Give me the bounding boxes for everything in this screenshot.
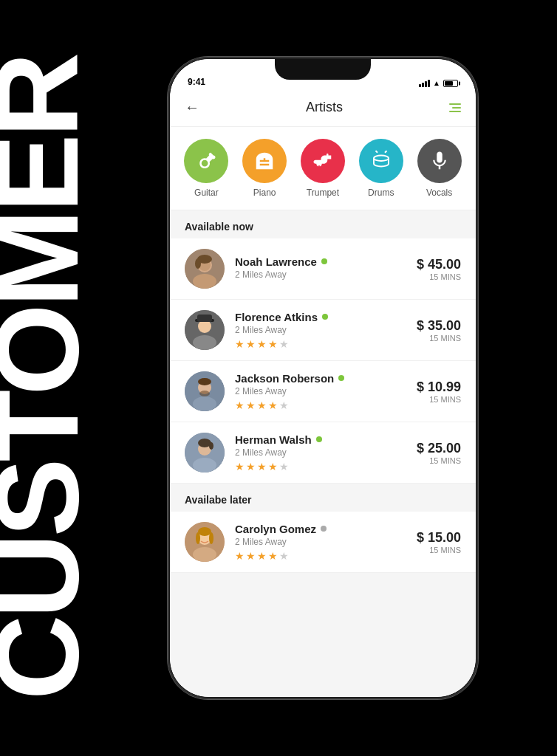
vocals-label: Vocals [426, 188, 452, 198]
artist-item-florence[interactable]: Florence Atkins 2 Miles Away ★ ★ ★ ★ ★ [170, 300, 476, 361]
stars-carolyn: ★ ★ ★ ★ ★ [235, 550, 406, 562]
price-col-jackson: $ 10.99 15 MINS [417, 379, 461, 404]
online-dot-noah [321, 258, 327, 264]
artist-item-carolyn[interactable]: Carolyn Gomez 2 Miles Away ★ ★ ★ ★ ★ [170, 512, 476, 573]
svg-point-23 [209, 442, 213, 450]
screen: 9:41 ▲ [170, 59, 476, 697]
duration-jackson: 15 MINS [417, 395, 461, 404]
artist-name-jackson: Jackson Roberson [235, 372, 334, 385]
category-drums[interactable]: Drums [359, 139, 403, 198]
artist-name-carolyn: Carolyn Gomez [235, 523, 316, 535]
svg-point-5 [193, 274, 216, 289]
svg-line-2 [385, 151, 387, 153]
phone-notch [275, 59, 371, 80]
artist-name-row-florence: Florence Atkins [235, 311, 406, 323]
artist-item-herman[interactable]: Herman Walsh 2 Miles Away ★ ★ ★ ★ ★ [170, 422, 476, 484]
duration-carolyn: 15 MINS [417, 546, 461, 554]
artist-distance-jackson: 2 Miles Away [235, 386, 406, 396]
artist-distance-florence: 2 Miles Away [235, 325, 406, 335]
price-florence: $ 35.00 [417, 318, 461, 334]
wifi-icon: ▲ [433, 79, 440, 87]
price-col-carolyn: $ 15.00 15 MINS [417, 530, 461, 554]
online-dot-florence [322, 314, 328, 320]
artist-item-noah[interactable]: Noah Lawrence 2 Miles Away $ 45.00 15 MI… [170, 238, 476, 300]
available-later-list: Carolyn Gomez 2 Miles Away ★ ★ ★ ★ ★ [170, 512, 476, 573]
avatar-noah [185, 249, 225, 289]
online-dot-herman [316, 436, 322, 442]
avatar-carolyn [185, 522, 225, 562]
drums-label: Drums [368, 188, 394, 198]
svg-point-17 [198, 378, 211, 385]
svg-point-18 [199, 391, 210, 396]
category-guitar[interactable]: Guitar [184, 139, 228, 198]
artist-name-florence: Florence Atkins [235, 311, 318, 323]
duration-noah: 15 MINS [417, 272, 461, 281]
trumpet-label: Trumpet [307, 188, 339, 198]
filter-button[interactable] [449, 103, 461, 112]
background-customer-text: CUSTOMER [0, 56, 96, 701]
price-herman: $ 25.00 [417, 441, 461, 456]
artist-name-row-herman: Herman Walsh [235, 433, 406, 446]
drums-icon-circle [359, 139, 403, 183]
online-dot-jackson [338, 375, 344, 381]
artist-info-jackson: Jackson Roberson 2 Miles Away ★ ★ ★ ★ ★ [235, 372, 406, 411]
duration-herman: 15 MINS [417, 456, 461, 465]
artist-info-noah: Noah Lawrence 2 Miles Away [235, 255, 406, 283]
phone-inner: 9:41 ▲ [170, 59, 476, 697]
price-carolyn: $ 15.00 [417, 530, 461, 546]
phone-frame: 9:41 ▲ [168, 57, 478, 699]
price-jackson: $ 10.99 [417, 379, 461, 395]
signal-bars-icon [419, 80, 430, 87]
category-piano[interactable]: Piano [242, 139, 287, 198]
svg-point-16 [193, 396, 216, 411]
svg-point-21 [193, 458, 216, 472]
artist-name-herman: Herman Walsh [235, 433, 312, 446]
svg-point-27 [198, 527, 211, 536]
artist-info-carolyn: Carolyn Gomez 2 Miles Away ★ ★ ★ ★ ★ [235, 523, 406, 562]
price-col-noah: $ 45.00 15 MINS [417, 257, 461, 281]
artist-distance-noah: 2 Miles Away [235, 269, 406, 280]
artist-item-jackson[interactable]: Jackson Roberson 2 Miles Away ★ ★ ★ ★ ★ [170, 361, 476, 422]
price-noah: $ 45.00 [417, 257, 461, 272]
avatar-jackson [185, 371, 225, 411]
stars-jackson: ★ ★ ★ ★ ★ [235, 399, 406, 411]
avatar-herman [185, 433, 225, 472]
artist-info-herman: Herman Walsh 2 Miles Away ★ ★ ★ ★ ★ [235, 433, 406, 472]
section-available-now-header: Available now [170, 210, 476, 238]
svg-point-8 [195, 258, 201, 269]
offline-dot-carolyn [321, 526, 327, 532]
artist-name-row-carolyn: Carolyn Gomez [235, 523, 406, 535]
available-now-list: Noah Lawrence 2 Miles Away $ 45.00 15 MI… [170, 238, 476, 484]
artist-name-row-jackson: Jackson Roberson [235, 372, 406, 385]
artist-name-row-noah: Noah Lawrence [235, 255, 406, 268]
category-trumpet[interactable]: Trumpet [301, 139, 345, 198]
vocals-icon-circle [417, 139, 462, 183]
price-col-florence: $ 35.00 15 MINS [417, 318, 461, 343]
status-icons: ▲ [419, 79, 458, 87]
piano-icon-circle [242, 139, 287, 183]
guitar-icon-circle [184, 139, 228, 183]
stars-herman: ★ ★ ★ ★ ★ [235, 461, 406, 472]
stars-florence: ★ ★ ★ ★ ★ [235, 338, 406, 350]
status-time: 9:41 [188, 77, 205, 87]
battery-icon [443, 80, 458, 87]
artist-info-florence: Florence Atkins 2 Miles Away ★ ★ ★ ★ ★ [235, 311, 406, 350]
artist-name-noah: Noah Lawrence [235, 255, 317, 268]
app-header: ← Artists [170, 92, 476, 127]
header-title: Artists [306, 100, 343, 115]
phone-wrapper: 9:41 ▲ [168, 57, 478, 699]
svg-point-11 [193, 335, 216, 350]
duration-florence: 15 MINS [417, 334, 461, 343]
categories-row: Guitar Piano [170, 127, 476, 210]
category-vocals[interactable]: Vocals [417, 139, 462, 198]
section-available-later-header: Availabe later [170, 484, 476, 512]
scroll-content[interactable]: Available now [170, 210, 476, 697]
svg-rect-13 [197, 315, 212, 322]
svg-point-28 [196, 532, 200, 544]
avatar-florence [185, 310, 225, 350]
back-button[interactable]: ← [185, 99, 199, 116]
artist-distance-herman: 2 Miles Away [235, 447, 406, 458]
piano-label: Piano [253, 188, 276, 198]
svg-point-29 [209, 532, 213, 544]
price-col-herman: $ 25.00 15 MINS [417, 441, 461, 465]
